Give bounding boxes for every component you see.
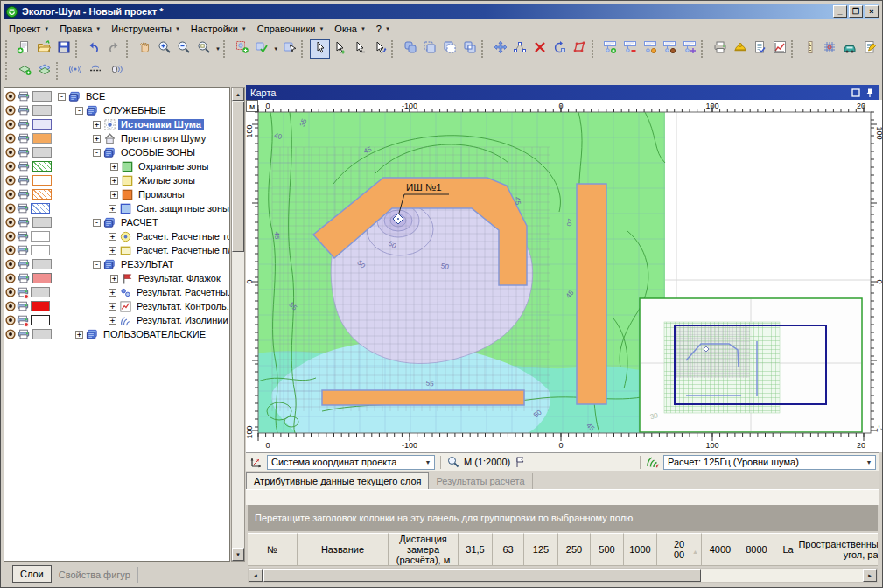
layer-row[interactable]: +Жилые зоны bbox=[4, 173, 229, 187]
visibility-eye-icon[interactable] bbox=[4, 230, 17, 243]
printer-icon[interactable] bbox=[18, 174, 31, 187]
rotate-object-button[interactable] bbox=[550, 39, 570, 59]
expand-icon[interactable]: + bbox=[109, 205, 116, 213]
layer-row[interactable]: -ВСЕ bbox=[4, 89, 229, 103]
layer-label[interactable]: Результат. Флажок bbox=[136, 273, 223, 284]
chart-button[interactable] bbox=[770, 39, 790, 59]
expand-icon[interactable]: + bbox=[109, 303, 116, 311]
layer-color-swatch[interactable] bbox=[32, 329, 52, 340]
apply-selection-button[interactable] bbox=[252, 39, 272, 59]
layer-row[interactable]: +Результат. Флажок bbox=[4, 271, 229, 285]
visibility-eye-icon[interactable] bbox=[4, 188, 18, 201]
visibility-eye-icon[interactable] bbox=[4, 146, 18, 159]
pointer-remove-button[interactable] bbox=[350, 39, 370, 59]
layer-color-swatch[interactable] bbox=[31, 231, 50, 242]
column-header[interactable]: 1000 bbox=[624, 533, 657, 566]
menu-references[interactable]: Справочники▼ bbox=[252, 22, 330, 36]
column-header[interactable]: Пространственный угол, рад bbox=[802, 533, 878, 566]
layer-color-swatch[interactable] bbox=[32, 147, 52, 158]
layer-color-swatch[interactable] bbox=[32, 217, 52, 228]
rtab-active[interactable]: Атрибутивные данные текущего слоя bbox=[246, 472, 429, 489]
expand-icon[interactable]: + bbox=[75, 331, 83, 339]
printer-icon[interactable] bbox=[18, 328, 31, 341]
column-header[interactable]: 31,5 bbox=[459, 533, 493, 566]
layer-label[interactable]: Расчет. Расчетные пл... bbox=[134, 245, 230, 256]
layer-color-swatch[interactable] bbox=[31, 315, 50, 326]
visibility-eye-icon[interactable] bbox=[4, 118, 18, 131]
group-by-panel[interactable]: Перетащите заголовок колонки на эту пане… bbox=[248, 505, 878, 531]
transport-button[interactable] bbox=[840, 39, 860, 59]
scroll-thumb[interactable] bbox=[263, 569, 701, 582]
layer-label[interactable]: Расчет. Расчетные то... bbox=[134, 231, 230, 242]
toolbar-grip[interactable] bbox=[701, 40, 706, 58]
printer-icon[interactable] bbox=[18, 272, 31, 285]
zoom-out-button[interactable] bbox=[174, 39, 194, 59]
menu-project[interactable]: Проект▼ bbox=[4, 22, 54, 36]
expand-icon[interactable]: + bbox=[93, 121, 101, 129]
ltab-inactive[interactable]: Свойства фигур bbox=[52, 567, 138, 583]
layer-color-swatch[interactable] bbox=[31, 203, 50, 214]
undo-button[interactable] bbox=[84, 39, 104, 59]
printer-icon[interactable] bbox=[18, 258, 31, 271]
collapse-icon[interactable]: - bbox=[58, 93, 66, 101]
scroll-thumb[interactable] bbox=[232, 102, 244, 252]
layer-add-button[interactable] bbox=[14, 61, 34, 80]
layer-color-swatch[interactable] bbox=[32, 133, 52, 144]
collapse-icon[interactable]: - bbox=[93, 261, 101, 269]
visibility-eye-icon[interactable] bbox=[4, 244, 17, 257]
measure-button[interactable] bbox=[800, 39, 820, 59]
edit-nodes-button[interactable] bbox=[510, 39, 530, 59]
layer-row[interactable]: +Охранные зоны bbox=[4, 159, 229, 173]
close-button[interactable]: × bbox=[865, 5, 879, 18]
layer-color-swatch[interactable] bbox=[32, 161, 52, 172]
layer-label[interactable]: ВСЕ bbox=[83, 91, 108, 102]
column-header[interactable]: № bbox=[248, 533, 298, 566]
layer-color-swatch[interactable] bbox=[31, 301, 50, 312]
chevron-down-icon[interactable]: ▼ bbox=[863, 459, 875, 466]
maximize-button[interactable]: ❐ bbox=[849, 5, 863, 18]
coordinate-system-select[interactable]: Система координат проекта ▼ bbox=[267, 455, 435, 470]
expand-icon[interactable]: + bbox=[110, 177, 118, 185]
toolbar-grip[interactable] bbox=[5, 62, 11, 80]
shape-intersect-button[interactable] bbox=[420, 39, 440, 59]
pointer-add-button[interactable] bbox=[330, 39, 350, 59]
volume-source-button[interactable] bbox=[105, 61, 125, 80]
layers-button[interactable] bbox=[34, 61, 54, 80]
visibility-eye-icon[interactable] bbox=[4, 104, 18, 117]
toolbar-grip[interactable] bbox=[126, 40, 131, 58]
properties-button[interactable] bbox=[860, 39, 880, 59]
layer-color-swatch[interactable] bbox=[31, 245, 50, 256]
layer-row[interactable]: +Расчет. Расчетные пл... bbox=[4, 243, 229, 257]
scale-flag-icon[interactable] bbox=[514, 455, 528, 469]
layer-row[interactable]: +Результат. Изолинии bbox=[4, 313, 229, 327]
expand-icon[interactable]: + bbox=[110, 191, 118, 199]
zoom-in-button[interactable] bbox=[154, 39, 174, 59]
calc-grid-button[interactable] bbox=[820, 39, 840, 59]
column-header[interactable]: 125 bbox=[524, 533, 558, 566]
layer-row[interactable]: +Промзоны bbox=[4, 187, 229, 201]
printer-icon[interactable] bbox=[18, 216, 31, 229]
expand-icon[interactable]: + bbox=[109, 247, 116, 255]
source-move-button[interactable] bbox=[680, 39, 700, 59]
source-remove-button[interactable] bbox=[620, 39, 641, 59]
visibility-eye-icon[interactable] bbox=[4, 328, 18, 341]
new-project-button[interactable] bbox=[14, 39, 34, 59]
printer-icon[interactable] bbox=[18, 146, 31, 159]
printer-icon[interactable] bbox=[18, 188, 31, 201]
report-button[interactable] bbox=[750, 39, 770, 59]
pointer-button[interactable] bbox=[310, 39, 330, 59]
layer-label[interactable]: СЛУЖЕБНЫЕ bbox=[101, 105, 169, 116]
column-header[interactable]: Дистанция замера (расчёта), м bbox=[389, 533, 459, 566]
layer-label[interactable]: Результат. Расчетны... bbox=[134, 287, 230, 298]
source-solid-button[interactable] bbox=[660, 39, 680, 59]
layer-color-swatch[interactable] bbox=[31, 287, 50, 298]
layer-color-swatch[interactable] bbox=[32, 91, 52, 102]
open-project-button[interactable] bbox=[34, 39, 54, 59]
delete-object-button[interactable] bbox=[530, 39, 550, 59]
toolbar-grip[interactable] bbox=[592, 40, 597, 58]
expand-icon[interactable]: + bbox=[109, 317, 116, 325]
printer-icon[interactable] bbox=[17, 230, 29, 243]
printer-icon[interactable] bbox=[17, 244, 29, 257]
layer-label[interactable]: Охранные зоны bbox=[136, 161, 211, 172]
collapse-icon[interactable]: - bbox=[93, 149, 101, 157]
